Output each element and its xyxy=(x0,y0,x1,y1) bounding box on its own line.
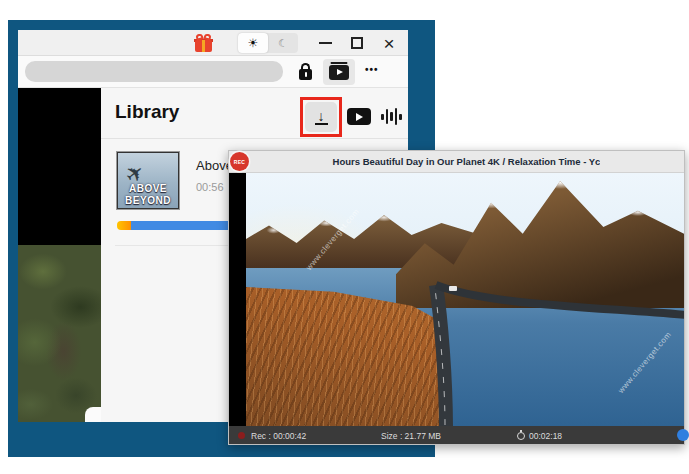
recorded-video-area: www.cleverget.com www.cleverget.com xyxy=(229,173,684,426)
recorder-window-title: Hours Beautiful Day in Our Planet 4K / R… xyxy=(313,156,601,167)
recorder-statusbar: Rec : 00:00:42 Size : 21.77 MB 00:02:18 xyxy=(229,426,684,444)
background-video-region xyxy=(18,88,101,422)
popup-corner xyxy=(85,407,101,422)
moon-icon: ☾ xyxy=(278,37,288,50)
theme-toggle[interactable]: ☀ ☾ xyxy=(238,33,298,53)
recording-time-label: Rec : 00:00:42 xyxy=(251,431,306,441)
stopwatch-icon xyxy=(517,432,525,440)
video-thumbnail[interactable]: ✈ ABOVE BEYOND xyxy=(117,152,179,209)
more-options-button[interactable]: ••• xyxy=(365,64,379,75)
dark-mode-button[interactable]: ☾ xyxy=(268,33,298,53)
youtube-tab-button[interactable] xyxy=(347,108,371,125)
recording-dot-icon xyxy=(238,432,245,439)
timer-group: 00:02:18 xyxy=(517,431,562,441)
download-item-duration: 00:56 xyxy=(196,181,224,193)
letterbox-strip xyxy=(229,173,246,426)
gift-icon[interactable] xyxy=(194,34,213,52)
countdown-label: 00:02:18 xyxy=(529,431,562,441)
light-mode-button[interactable]: ☀ xyxy=(238,33,268,53)
screenshot-stage: ☀ ☾ × ••• xyxy=(0,0,689,474)
foliage-video-frame xyxy=(18,245,101,422)
video-play-icon xyxy=(329,65,349,80)
close-button[interactable]: × xyxy=(378,33,400,53)
recorder-action-button[interactable] xyxy=(677,429,689,441)
file-size-label: Size : 21.77 MB xyxy=(381,431,441,441)
minimize-icon xyxy=(319,42,332,44)
red-annotation-box xyxy=(300,97,342,137)
sun-icon: ☀ xyxy=(248,36,259,50)
library-heading: Library xyxy=(115,101,179,123)
recorder-titlebar: REC Hours Beautiful Day in Our Planet 4K… xyxy=(229,151,684,173)
close-icon: × xyxy=(383,34,394,53)
rec-badge: REC xyxy=(230,152,249,171)
app-toolbar: ••• xyxy=(18,56,408,88)
landscape-scene: www.cleverget.com www.cleverget.com xyxy=(246,173,684,426)
maximize-button[interactable] xyxy=(346,33,368,53)
screen-recorder-window: REC Hours Beautiful Day in Our Planet 4K… xyxy=(228,150,685,445)
lock-icon xyxy=(299,63,313,81)
thumb-title-line1: ABOVE xyxy=(118,183,178,194)
divider xyxy=(101,138,408,139)
audio-waveform-button[interactable] xyxy=(381,107,402,126)
progress-done xyxy=(117,221,131,230)
maximize-icon xyxy=(351,37,363,49)
address-input[interactable] xyxy=(25,61,283,82)
video-library-button[interactable] xyxy=(323,59,355,85)
app-titlebar: ☀ ☾ × xyxy=(18,30,408,56)
thumb-title-line2: BEYOND xyxy=(118,195,178,206)
minimize-button[interactable] xyxy=(314,33,336,53)
